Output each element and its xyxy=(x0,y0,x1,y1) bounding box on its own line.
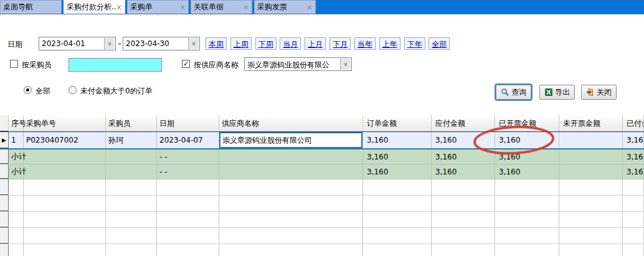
quick-range-this-week[interactable]: 本周 xyxy=(206,37,227,50)
close-icon[interactable]: × xyxy=(116,4,122,11)
empty-cell xyxy=(24,244,106,256)
quick-range-next-week[interactable]: 下周 xyxy=(255,37,277,50)
empty-cell xyxy=(432,196,495,211)
empty-cell xyxy=(219,196,363,211)
chevron-down-icon[interactable]: ∨ xyxy=(104,38,115,49)
empty-cell xyxy=(157,196,219,211)
empty-row xyxy=(0,244,644,256)
quick-range-this-year[interactable]: 当年 xyxy=(354,37,376,50)
empty-cell xyxy=(495,244,559,256)
buyer-input[interactable] xyxy=(69,58,162,72)
cell-po-number[interactable]: P0230407002 xyxy=(24,132,106,148)
column-header-invoiced-amount[interactable]: 已开票金额 xyxy=(495,115,559,131)
cell-date[interactable]: 2023-04-07 xyxy=(157,132,219,148)
empty-cell xyxy=(106,244,157,256)
current-row-marker-icon: ▶ xyxy=(0,132,9,148)
tab-label: 采购发票 xyxy=(257,2,287,12)
close-icon[interactable]: × xyxy=(179,4,186,11)
cell-uninvoiced-amount[interactable] xyxy=(559,132,623,148)
cell-invoiced-amount: 3,160 xyxy=(495,164,559,179)
cell-order-amount: 3,160 xyxy=(363,164,432,179)
column-header-uninvoiced-amount[interactable]: 未开票金额 xyxy=(559,115,623,131)
radio-unpaid-orders[interactable] xyxy=(69,86,77,94)
empty-cell xyxy=(219,212,363,227)
supplier-select[interactable]: 崇义章源钨业股份有限公 ∨ xyxy=(244,57,352,71)
tab-purchase-payment-analysis[interactable]: 采购付款分析.. × xyxy=(64,0,125,14)
quick-range-next-month[interactable]: 下月 xyxy=(329,37,351,50)
empty-row xyxy=(0,228,644,244)
cell-paid-amount[interactable]: 3,160 xyxy=(623,132,644,148)
chevron-down-icon[interactable]: ∨ xyxy=(188,38,199,49)
cell-invoiced-amount[interactable]: 3,160 xyxy=(495,132,559,148)
tab-purchase-order[interactable]: 采购单 × xyxy=(127,0,189,14)
close-button[interactable]: 关闭 xyxy=(581,85,617,100)
cell-buyer xyxy=(106,164,157,179)
column-header-supplier[interactable]: 供应商名称 xyxy=(219,115,363,131)
column-header-buyer[interactable]: 采购员 xyxy=(106,115,157,131)
table-row-selected[interactable]: ▶ 1 P0230407002 孙珂 2023-04-07 崇义章源钨业股份有限… xyxy=(0,131,644,149)
cell-buyer[interactable]: 孙珂 xyxy=(106,132,157,148)
empty-cell xyxy=(157,179,219,195)
quick-range-all[interactable]: 全部 xyxy=(429,37,450,50)
cell-paid-amount: 3,160 xyxy=(623,164,644,179)
empty-cell xyxy=(559,196,623,211)
empty-cell xyxy=(9,196,24,211)
tab-related-documents[interactable]: 关联单据 × xyxy=(191,0,252,14)
empty-cell xyxy=(559,228,623,244)
empty-cell xyxy=(623,244,644,256)
radio-all-orders[interactable] xyxy=(24,86,32,94)
by-supplier-checkbox[interactable] xyxy=(182,60,190,68)
column-header-date[interactable]: 日期 xyxy=(157,115,219,131)
empty-cell xyxy=(623,196,644,211)
cell-invoiced-amount: 3,160 xyxy=(495,149,559,164)
by-buyer-checkbox[interactable] xyxy=(10,60,18,68)
empty-cell xyxy=(559,244,623,256)
date-to-select[interactable]: 2023-04-30 ∨ xyxy=(123,37,200,50)
cell-po-number xyxy=(24,149,106,164)
cell-supplier[interactable]: 崇义章源钨业股份有限公司 xyxy=(219,132,363,148)
empty-cell xyxy=(0,179,9,195)
column-header-paid-amount[interactable]: 已付金 xyxy=(623,115,644,131)
chevron-down-icon[interactable]: ∨ xyxy=(340,59,351,70)
cell-payable-amount: 3,160 xyxy=(432,149,495,164)
date-range-separator: – xyxy=(118,39,121,49)
quick-range-last-month[interactable]: 上月 xyxy=(305,37,326,50)
close-icon[interactable]: × xyxy=(243,4,249,11)
empty-cell xyxy=(559,212,623,227)
cell-supplier xyxy=(219,149,363,164)
cell-order-amount: 3,160 xyxy=(363,149,432,164)
supplier-cell-editor[interactable]: 崇义章源钨业股份有限公司 xyxy=(219,132,362,148)
empty-cell xyxy=(623,212,644,227)
by-buyer-label: 按采购员 xyxy=(22,60,52,70)
export-button[interactable]: 导出 xyxy=(539,85,575,100)
empty-cell xyxy=(363,179,432,195)
empty-cell xyxy=(432,179,495,195)
tab-label: 采购单 xyxy=(130,2,153,12)
quick-range-last-year[interactable]: 上年 xyxy=(379,37,400,50)
cell-payable-amount: 3,160 xyxy=(432,164,495,179)
query-button[interactable]: 查询 xyxy=(496,85,531,100)
exit-door-icon xyxy=(586,88,595,97)
empty-cell xyxy=(9,179,24,195)
cell-seq[interactable]: 1 xyxy=(9,132,24,148)
empty-cell xyxy=(559,179,623,195)
quick-range-this-month[interactable]: 当月 xyxy=(280,37,301,50)
subtotal-row[interactable]: 小计 - - 3,160 3,160 3,160 3,160 xyxy=(0,164,644,179)
column-header-order-amount[interactable]: 订单金额 xyxy=(363,115,432,131)
cell-order-amount[interactable]: 3,160 xyxy=(363,132,432,148)
date-label: 日期 xyxy=(7,39,22,49)
tab-purchase-invoice[interactable]: 采购发票 × xyxy=(254,0,316,14)
tab-desktop-nav[interactable]: 桌面导航 xyxy=(0,0,62,14)
quick-range-next-year[interactable]: 下年 xyxy=(404,37,425,50)
query-button-label: 查询 xyxy=(511,87,526,98)
close-icon[interactable]: × xyxy=(306,4,313,11)
date-from-select[interactable]: 2023-04-01 ∨ xyxy=(39,37,116,50)
column-header-seq[interactable]: 序号 xyxy=(9,115,24,131)
subtotal-row[interactable]: 小计 - - 3,160 3,160 3,160 3,160 xyxy=(0,149,644,164)
column-header-po-number[interactable]: 采购单号 xyxy=(24,115,106,131)
column-header-payable-amount[interactable]: 应付金额 xyxy=(432,115,495,131)
cell-payable-amount[interactable]: 3,160 xyxy=(432,132,495,148)
empty-cell xyxy=(9,212,24,227)
quick-range-last-week[interactable]: 上周 xyxy=(230,37,252,50)
empty-cell xyxy=(106,179,157,195)
